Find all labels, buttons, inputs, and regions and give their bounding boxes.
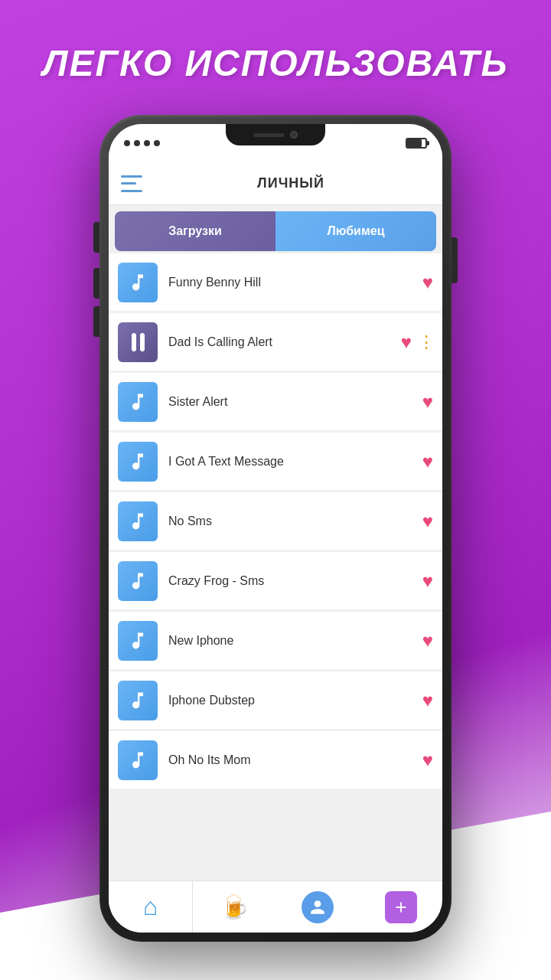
nav-add[interactable] bbox=[359, 881, 442, 933]
tab-downloads[interactable]: Загрузки bbox=[115, 211, 276, 251]
more-options-icon[interactable]: ⋮ bbox=[418, 332, 433, 352]
list-item[interactable]: Funny Benny Hill ♥ bbox=[109, 253, 442, 311]
notch bbox=[226, 124, 325, 145]
signal-dot-2 bbox=[134, 140, 140, 146]
song-name: Oh No Its Mom bbox=[168, 753, 416, 767]
signal-dot-3 bbox=[144, 140, 150, 146]
heart-icon[interactable]: ♥ bbox=[422, 451, 433, 472]
list-item[interactable]: Dad Is Calling Alert ♥ ⋮ bbox=[109, 313, 442, 371]
song-icon bbox=[118, 382, 158, 422]
song-icon bbox=[118, 740, 158, 780]
heart-icon[interactable]: ♥ bbox=[422, 690, 433, 711]
nav-drinks[interactable]: 🍺 bbox=[193, 881, 276, 933]
tab-favorites[interactable]: Любимец bbox=[276, 211, 436, 251]
bottom-nav: ⌂ 🍺 bbox=[109, 880, 442, 933]
list-item[interactable]: Oh No Its Mom ♥ bbox=[109, 731, 442, 789]
song-name: Sister Alert bbox=[168, 395, 416, 409]
list-item[interactable]: Crazy Frog - Sms ♥ bbox=[109, 552, 442, 609]
tab-row: Загрузки Любимец bbox=[115, 211, 436, 251]
status-bar bbox=[109, 124, 442, 162]
list-item[interactable]: No Sms ♥ bbox=[109, 492, 442, 550]
song-icon bbox=[118, 621, 158, 661]
song-list: Funny Benny Hill ♥ Dad Is Calling Alert … bbox=[109, 251, 442, 880]
front-speaker bbox=[253, 133, 284, 137]
page-title: ЛИЧНЫЙ bbox=[152, 175, 430, 191]
song-name: Dad Is Calling Alert bbox=[168, 335, 395, 349]
heart-icon[interactable]: ♥ bbox=[422, 750, 433, 771]
song-name: Funny Benny Hill bbox=[168, 276, 416, 289]
heart-icon[interactable]: ♥ bbox=[422, 570, 433, 592]
battery-indicator bbox=[406, 138, 427, 149]
header-title: ЛЕГКО ИСПОЛЬЗОВАТЬ bbox=[0, 0, 551, 100]
song-icon bbox=[118, 681, 158, 720]
app-header: ЛИЧНЫЙ bbox=[109, 162, 442, 205]
song-icon bbox=[118, 263, 158, 302]
phone-frame: ЛИЧНЫЙ Загрузки Любимец bbox=[99, 115, 452, 942]
profile-icon bbox=[302, 891, 334, 923]
front-camera bbox=[290, 131, 298, 139]
song-name: Crazy Frog - Sms bbox=[168, 574, 416, 588]
add-icon bbox=[385, 891, 417, 923]
song-name: I Got A Text Message bbox=[168, 455, 416, 469]
heart-icon[interactable]: ♥ bbox=[422, 391, 433, 413]
song-icon bbox=[118, 442, 158, 482]
song-name: New Iphone bbox=[168, 634, 416, 648]
song-name: Iphone Dubstep bbox=[168, 694, 416, 707]
heart-icon[interactable]: ♥ bbox=[422, 272, 433, 293]
heart-icon[interactable]: ♥ bbox=[422, 630, 433, 652]
heart-icon[interactable]: ♥ bbox=[401, 332, 412, 353]
signal-dot-1 bbox=[124, 140, 130, 146]
song-icon-playing bbox=[118, 322, 158, 362]
nav-profile[interactable] bbox=[276, 881, 360, 933]
heart-icon[interactable]: ♥ bbox=[422, 511, 433, 532]
home-icon: ⌂ bbox=[143, 893, 158, 921]
song-name: No Sms bbox=[168, 514, 416, 528]
menu-button[interactable] bbox=[121, 175, 142, 192]
list-item[interactable]: I Got A Text Message ♥ bbox=[109, 433, 442, 490]
list-item[interactable]: New Iphone ♥ bbox=[109, 612, 442, 669]
song-icon bbox=[118, 561, 158, 601]
list-item[interactable]: Iphone Dubstep ♥ bbox=[109, 671, 442, 729]
song-icon bbox=[118, 501, 158, 541]
signal-dot-4 bbox=[154, 140, 160, 146]
list-item[interactable]: Sister Alert ♥ bbox=[109, 373, 442, 430]
nav-home[interactable]: ⌂ bbox=[109, 881, 192, 933]
drinks-icon: 🍺 bbox=[220, 893, 249, 920]
